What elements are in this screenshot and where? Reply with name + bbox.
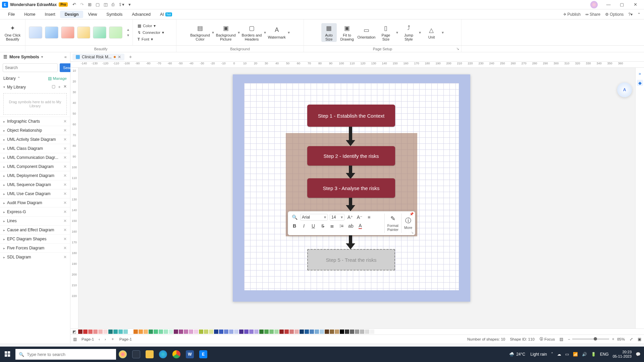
remove-category-icon[interactable]: ✕ [63, 164, 67, 169]
color-swatch[interactable] [365, 329, 369, 334]
color-swatch[interactable] [305, 329, 309, 334]
color-swatch[interactable] [345, 329, 349, 334]
step5-box-editing[interactable] [307, 249, 395, 270]
arrow-shape[interactable] [348, 198, 353, 211]
add-page-icon[interactable]: ＋ [111, 337, 115, 342]
print-icon[interactable]: ⎙ [112, 2, 114, 7]
step5-text-input[interactable] [313, 257, 390, 263]
color-swatch[interactable] [375, 329, 379, 334]
color-swatch[interactable] [244, 329, 249, 334]
theme-preset[interactable] [45, 26, 58, 39]
color-swatch[interactable] [149, 329, 153, 334]
theme-preset[interactable] [29, 26, 42, 39]
remove-category-icon[interactable]: ✕ [63, 182, 67, 187]
jump-style-button[interactable]: ⤴Jump Style [401, 24, 416, 41]
chevron-down-icon[interactable]: ▾ [238, 30, 240, 35]
symbol-category[interactable]: ▸UML Deployment Diagram✕ [0, 171, 70, 180]
share-button[interactable]: ⇔ Share [585, 12, 600, 17]
decrease-font-icon[interactable]: A⁻ [356, 214, 363, 221]
taskbar-search[interactable]: 🔍 Type here to search [15, 349, 116, 360]
remove-category-icon[interactable]: ✕ [63, 191, 67, 196]
color-swatch[interactable] [325, 329, 329, 334]
battery-icon[interactable]: 🔋 [591, 352, 596, 357]
pin-toolbar-icon[interactable]: 📌 [410, 212, 414, 216]
mylib-close-icon[interactable]: ✕ [63, 84, 67, 90]
color-swatch[interactable] [289, 329, 294, 334]
remove-category-icon[interactable]: ✕ [63, 209, 67, 214]
notifications-icon[interactable]: 💬 [636, 352, 641, 357]
chevron-down-icon[interactable]: ▾ [442, 30, 444, 35]
page-size-button[interactable]: ▯Page Size [378, 24, 393, 41]
color-swatch[interactable] [133, 329, 138, 334]
color-swatch[interactable] [264, 329, 269, 334]
symbol-category[interactable]: ▸Infographic Charts✕ [0, 117, 70, 126]
font-family-select[interactable]: Arial▾ [300, 214, 328, 221]
wifi-icon[interactable]: 📶 [573, 352, 578, 357]
close-tab-icon[interactable]: ✕ [118, 55, 121, 59]
menu-symbols[interactable]: Symbols [102, 11, 127, 18]
symbol-category[interactable]: ▸EPC Diagram Shapes✕ [0, 234, 70, 243]
new-icon[interactable]: ⊞ [88, 2, 92, 7]
one-click-beautify-button[interactable]: ✦ One Click Beautify [3, 24, 22, 41]
align-icon[interactable]: ≡ [365, 214, 373, 221]
focus-mode-button[interactable]: ⦿ Focus [539, 337, 555, 341]
layers-icon[interactable]: ▤ [559, 337, 563, 342]
symbol-category[interactable]: ▸Lines✕ [0, 216, 70, 225]
symbol-category[interactable]: ▸Object Relationship✕ [0, 126, 70, 135]
color-swatch[interactable] [123, 329, 128, 334]
symbol-category[interactable]: ▸SDL Diagram✕ [0, 252, 70, 261]
remove-category-icon[interactable]: ✕ [63, 255, 67, 259]
onedrive-icon[interactable]: ☁ [557, 352, 561, 357]
color-swatch[interactable] [154, 329, 158, 334]
weather-widget[interactable]: 🌧️ 24°C Light rain [509, 352, 547, 357]
color-swatch[interactable] [199, 329, 203, 334]
menu-view[interactable]: View [83, 11, 102, 18]
color-swatch[interactable] [330, 329, 334, 334]
theme-scroll-up-icon[interactable]: ▴ [127, 27, 129, 32]
word-icon[interactable]: W [183, 347, 197, 362]
next-page-icon[interactable]: › [105, 337, 106, 341]
menu-ai[interactable]: AIhot [155, 11, 177, 18]
color-swatch[interactable] [164, 329, 168, 334]
symbol-category[interactable]: ▸UML Communication Diagr...✕ [0, 153, 70, 162]
increase-font-icon[interactable]: A⁺ [346, 214, 354, 221]
taskbar-clock[interactable]: 20:23 05-11-2023 [613, 350, 632, 359]
chevron-down-icon[interactable]: ▾ [41, 55, 43, 59]
color-swatch[interactable] [179, 329, 183, 334]
save-icon[interactable]: ▢ [96, 2, 100, 7]
search-font-icon[interactable]: 🔍 [291, 214, 298, 221]
step1-box[interactable]: Step 1 - Establish the Context [307, 105, 395, 127]
color-swatch[interactable] [350, 329, 354, 334]
help-icon[interactable]: ?▾ [628, 12, 633, 17]
collapse-ribbon-icon[interactable]: ⌃ [637, 12, 641, 17]
drawing-canvas[interactable]: Step 1 - Establish the Context Step 2 - … [78, 68, 644, 328]
color-swatch[interactable] [340, 329, 344, 334]
color-swatch[interactable] [355, 329, 359, 334]
chrome-icon[interactable] [170, 347, 183, 362]
publish-button[interactable]: ✈ Publish [563, 12, 581, 17]
bullet-list-icon[interactable]: ⁝≡ [338, 222, 345, 230]
symbol-category[interactable]: ▸UML Sequence Diagram✕ [0, 180, 70, 189]
color-swatch[interactable] [335, 329, 339, 334]
italic-icon[interactable]: I [300, 222, 308, 230]
remove-category-icon[interactable]: ✕ [63, 200, 67, 205]
color-swatch[interactable] [103, 329, 108, 334]
color-swatch[interactable] [118, 329, 123, 334]
ai-assistant-badge[interactable]: A [617, 82, 632, 97]
remove-category-icon[interactable]: ✕ [63, 246, 67, 250]
color-swatch[interactable] [184, 329, 188, 334]
color-swatch[interactable] [93, 329, 98, 334]
borders-headers-button[interactable]: ▢Borders and Headers [242, 24, 262, 41]
color-swatch[interactable] [224, 329, 228, 334]
symbol-category[interactable]: ▸Audit Flow Diagram✕ [0, 198, 70, 207]
remove-category-icon[interactable]: ✕ [63, 128, 67, 133]
expand-toolbar-icon[interactable]: ↘ [411, 231, 414, 234]
volume-icon[interactable]: 🔊 [582, 352, 587, 357]
language-indicator[interactable]: ENG [600, 352, 609, 357]
page-dropdown[interactable]: Page-1 [82, 337, 94, 341]
color-swatch[interactable] [83, 329, 88, 334]
color-swatch[interactable] [360, 329, 364, 334]
fill-picker-icon[interactable]: ◩ [72, 329, 76, 334]
color-swatch[interactable] [254, 329, 259, 334]
background-picture-button[interactable]: ▣Background Picture [216, 24, 236, 41]
